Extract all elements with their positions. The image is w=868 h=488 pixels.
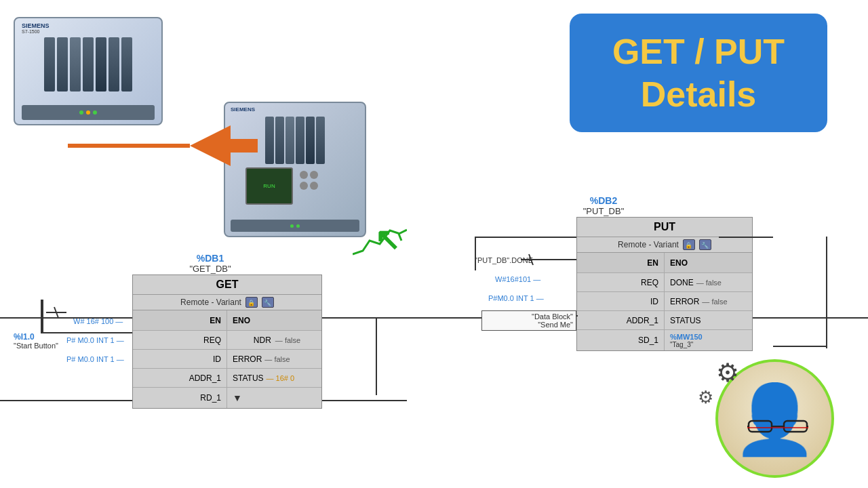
en-eno-row: EN ENO (133, 310, 321, 331)
svg-rect-9 (749, 421, 772, 432)
lock-icon: 🔒 (245, 297, 258, 308)
put-en-line2 (528, 237, 576, 238)
trend-chart (353, 227, 407, 261)
i1-tag: %I1.0 "Start Button" (14, 332, 58, 350)
put-req-line (541, 259, 576, 260)
req-h-line (41, 332, 132, 333)
put-addr1-row: ADDR_1 STATUS (577, 311, 752, 330)
dropdown-arrow[interactable]: ▼ (233, 392, 242, 403)
get-block: GET Remote - Variant 🔒 🔧 EN ENO REQ NDR … (132, 274, 322, 409)
put-addr1-label: P#M0.0 INT 1 — (488, 294, 544, 302)
put-eno-line (719, 237, 773, 238)
addr1-input-label: P# M0.0 INT 1 — (66, 336, 124, 344)
put-lock-icon: 🔒 (683, 239, 695, 250)
svg-rect-10 (784, 421, 807, 432)
rd1-input-label: P# M0.0 INT 1 — (66, 355, 124, 363)
put-req-row: REQ DONE — false (577, 273, 752, 292)
put-sd1-row: SD_1 %MW150 "Tag_3" (577, 330, 752, 350)
db1-label: %DB1 "GET_DB" (68, 253, 353, 274)
svg-marker-3 (190, 125, 258, 166)
svg-line-0 (399, 230, 407, 234)
req-v-line (41, 300, 43, 333)
put-id-label: W#16#101 — (495, 275, 540, 283)
svg-line-1 (399, 234, 401, 241)
put-sd1-line (576, 315, 578, 317)
put-subheader: Remote - Variant 🔒 🔧 (577, 237, 752, 253)
put-en-line (475, 237, 529, 238)
put-status-line (773, 346, 827, 347)
put-wrench-icon: 🔧 (699, 239, 711, 250)
arrow-left (68, 105, 258, 186)
put-nc-contact (521, 253, 541, 269)
get-block-header: GET (133, 275, 321, 295)
gear-icon-large: ⚙ (716, 358, 739, 388)
addr1-row: ADDR_1 STATUS — 16# 0 (133, 369, 321, 388)
put-sd1-box: "Data Block" "Send Me" (481, 310, 576, 331)
gear-icon-small: ⚙ (698, 387, 713, 408)
glasses-icon (747, 418, 808, 437)
get-subheader: Remote - Variant 🔒 🔧 (133, 295, 321, 310)
put-id-row: ID ERROR — false (577, 292, 752, 311)
put-block-header: PUT (577, 218, 752, 237)
put-right-bus (826, 237, 827, 348)
db2-label: %DB2 "PUT_DB" (475, 195, 732, 216)
wrench-icon: 🔧 (262, 297, 274, 308)
put-en-eno-row: EN ENO (577, 253, 752, 273)
id-row: ID ERROR — false (133, 350, 321, 369)
get-right-bus (376, 317, 377, 395)
put-left-bus (475, 237, 476, 270)
en-h-line (41, 317, 132, 319)
req-row: REQ NDR — false (133, 331, 321, 350)
get-eno-line (322, 317, 376, 319)
title-box: GET / PUT Details (570, 14, 827, 132)
title-text: GET / PUT Details (612, 30, 785, 115)
rd1-row: RD_1 ▼ (133, 388, 321, 408)
nc-contact (46, 306, 66, 322)
